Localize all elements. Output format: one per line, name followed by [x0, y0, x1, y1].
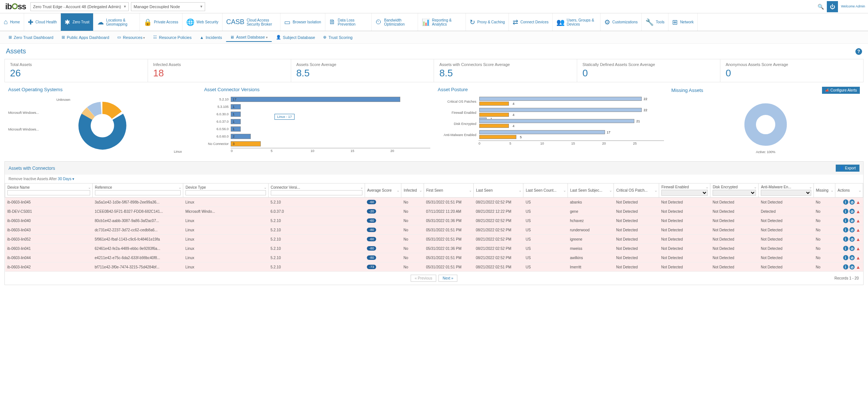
subnav-incidents[interactable]: ▲Incidents	[196, 33, 226, 42]
nav-customizations[interactable]: ⚙Customizations	[601, 13, 642, 31]
posture-bar: 17	[479, 130, 605, 134]
col-filter[interactable]	[271, 190, 362, 195]
col-last-seen-count-[interactable]: Last Seen Count...	[523, 183, 568, 198]
nav-users-groups-devices[interactable]: 👥Users, Groups & Devices	[553, 13, 601, 31]
col-actions[interactable]: Actions	[835, 183, 863, 198]
subnav-zero-trust-dashboard[interactable]: ⊞Zero Trust Dashboard	[4, 33, 57, 42]
subnav-resources[interactable]: ▭Resources	[113, 33, 149, 42]
next-button[interactable]: Next »	[438, 275, 457, 282]
warn-icon[interactable]: ▲	[856, 199, 861, 205]
search-icon[interactable]: 🔍	[818, 4, 824, 10]
nav-browser-isolation[interactable]: ▭Browser Isolation	[280, 13, 325, 31]
col-disk-encrypted[interactable]: Disk Encrypted	[710, 183, 759, 198]
col-filter[interactable]	[7, 190, 90, 195]
nav-cloud-health[interactable]: ✚Cloud Health	[24, 13, 61, 31]
nav-data-loss-prevention[interactable]: 🗎Data Loss Prevention	[325, 13, 372, 31]
subnav-subject-database[interactable]: 👤Subject Database	[272, 33, 319, 42]
nav-zero-trust[interactable]: ✱Zero Trust	[61, 13, 93, 31]
info-icon[interactable]: i	[843, 199, 848, 205]
col-device-type[interactable]: Device Type	[183, 183, 268, 198]
info-icon[interactable]: i	[843, 209, 848, 214]
nav-locations-geomapping[interactable]: ☁Locations & Geomapping	[93, 13, 140, 31]
col-last-seen-subjec-[interactable]: Last Seen Subjec...	[568, 183, 614, 198]
col-label: Firewall Enabled	[661, 185, 689, 189]
col-connector-versi-[interactable]: Connector Versi...	[268, 183, 365, 198]
stats-bar: Total Assets26Infected Assets18Assets Sc…	[4, 59, 864, 82]
days-link[interactable]: 30 Days ▾	[58, 177, 74, 181]
warn-icon[interactable]: ▲	[856, 237, 861, 242]
subnav-asset-database[interactable]: 🖥Asset Database	[226, 33, 272, 42]
warn-icon[interactable]: ▲	[856, 255, 861, 260]
score-badge: -60	[367, 218, 376, 223]
col-infected[interactable]: Infected	[401, 183, 424, 198]
configure-alerts-button[interactable]: 📣 Configure Alerts	[822, 87, 860, 94]
col-last-seen[interactable]: Last Seen	[474, 183, 523, 198]
score-badge: -73	[367, 265, 376, 269]
col-filter[interactable]	[185, 190, 266, 195]
table-row[interactable]: ib-0603-lin044e4211e42-e75c-6da2-633f-b9…	[5, 253, 863, 262]
prev-button[interactable]: « Previous	[411, 275, 436, 282]
col-first-seen[interactable]: First Seen	[424, 183, 473, 198]
info-icon[interactable]: i	[843, 237, 848, 242]
col-filter[interactable]	[761, 190, 811, 196]
table-row[interactable]: ib-0603-lin0525f961e42-fbaf-1143-c9c6-fc…	[5, 235, 863, 244]
table-row[interactable]: ib-0603-lin04080cb1e42-aabb-3087-9a86-3a…	[5, 216, 863, 225]
nav-proxy-caching[interactable]: ↻Proxy & Caching	[466, 13, 509, 31]
info-icon[interactable]: i	[843, 227, 848, 232]
info-icon[interactable]: i	[843, 218, 848, 223]
table-row[interactable]: IB-DEV-CS0011CEE0B42-5F21-B327-FDD8-682C…	[5, 207, 863, 216]
block-icon[interactable]: ⊘	[849, 218, 855, 223]
warn-icon[interactable]: ▲	[856, 246, 861, 251]
nav-reporting-analytics[interactable]: 📊Reporting & Analytics	[418, 13, 466, 31]
warn-icon[interactable]: ▲	[856, 218, 861, 223]
block-icon[interactable]: ⊘	[849, 237, 855, 242]
nav-label: Users, Groups & Devices	[567, 18, 596, 26]
logo: ibss	[3, 2, 28, 11]
nav-web-security[interactable]: 🌐Web Security	[183, 13, 223, 31]
account-selector[interactable]: Zero Trust Edge - Account 48 (Delegated …	[30, 2, 129, 11]
info-icon[interactable]: i	[843, 246, 848, 251]
nav-tools[interactable]: 🔧Tools	[642, 13, 668, 31]
nav-connect-devices[interactable]: ⇄Connect Devices	[509, 13, 553, 31]
col-filter[interactable]	[661, 190, 708, 196]
col-average-score[interactable]: Average Score	[365, 183, 401, 198]
warn-icon[interactable]: ▲	[856, 264, 861, 270]
info-icon[interactable]: i	[843, 255, 848, 260]
table-row[interactable]: ib-0603-lin0453a5a1e42-1d3e-5f67-898b-2e…	[5, 198, 863, 207]
col-filter[interactable]	[95, 190, 181, 195]
table-row[interactable]: ib-0603-lin043dc731e42-2237-3d72-cc62-ce…	[5, 225, 863, 235]
table-row[interactable]: ib-0603-lin04162461e42-fe2a-4489-ebbc-9e…	[5, 244, 863, 253]
export-button[interactable]: 👤 Export	[836, 165, 859, 172]
subnav-label: Resources	[123, 35, 145, 40]
col-filter[interactable]	[713, 190, 756, 196]
nav-bandwidth-optimization[interactable]: ⏲Bandwidth Optimization	[372, 13, 418, 31]
nav-private-access[interactable]: 🔒Private Access	[140, 13, 183, 31]
col-anti-malware-en-[interactable]: Anti-Malware En...	[759, 183, 813, 198]
col-missing[interactable]: Missing	[813, 183, 835, 198]
subnav-trust-scoring[interactable]: ⊕Trust Scoring	[319, 33, 356, 42]
warn-icon[interactable]: ▲	[856, 227, 861, 232]
node-selector[interactable]: Manage Decoupled Node	[131, 2, 205, 11]
power-button[interactable]: ⏻	[827, 1, 838, 12]
assets-table-section: Assets with Connectors 👤 Export Remove I…	[4, 161, 864, 285]
nav-icon: ✚	[28, 18, 33, 26]
col-reference[interactable]: Reference	[92, 183, 183, 198]
table-row[interactable]: ib-0603-lin042bf711e42-3f0e-7474-3215-75…	[5, 262, 863, 272]
block-icon[interactable]: ⊘	[849, 209, 855, 214]
block-icon[interactable]: ⊘	[849, 199, 855, 205]
nav-cloud-access-security-broker[interactable]: CASBCloud Access Security Broker	[223, 13, 280, 31]
col-critical-os-patch-[interactable]: Critical OS Patch...	[614, 183, 659, 198]
block-icon[interactable]: ⊘	[849, 255, 855, 260]
help-icon[interactable]: ?	[855, 48, 862, 55]
nav-home[interactable]: ⌂Home	[0, 13, 24, 31]
nav-network[interactable]: ⊞Network	[668, 13, 698, 31]
col-firewall-enabled[interactable]: Firewall Enabled	[659, 183, 710, 198]
subnav-public-apps-dashboard[interactable]: ⊞Public Apps Dashboard	[57, 33, 113, 42]
warn-icon[interactable]: ▲	[856, 209, 861, 214]
col-device-name[interactable]: Device Name	[5, 183, 93, 198]
subnav-resource-policies[interactable]: ☷Resource Policies	[149, 33, 195, 42]
block-icon[interactable]: ⊘	[849, 227, 855, 232]
info-icon[interactable]: i	[843, 264, 848, 270]
block-icon[interactable]: ⊘	[849, 264, 855, 270]
block-icon[interactable]: ⊘	[849, 246, 855, 251]
